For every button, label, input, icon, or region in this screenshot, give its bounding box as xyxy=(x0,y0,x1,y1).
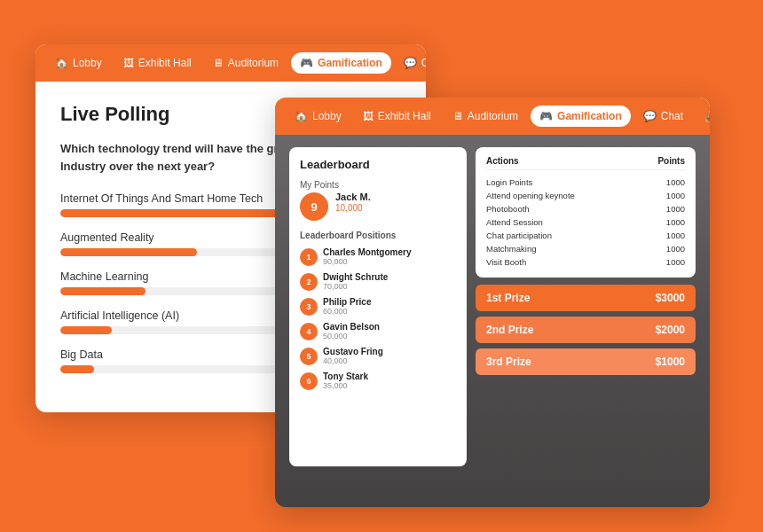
exhibit-icon: 🖼 xyxy=(123,57,134,69)
action-row-5: Chat participation 1000 xyxy=(486,229,685,242)
my-avatar-row: 9 Jack M. 10,000 xyxy=(300,192,456,222)
prize-amount-1: $3000 xyxy=(656,292,685,304)
action-points-1: 1000 xyxy=(666,177,685,187)
action-label-4: Attend Session xyxy=(486,217,543,227)
rank-badge-3: 3 xyxy=(300,298,318,316)
poll-bar-fill-2 xyxy=(60,248,197,256)
action-label-7: Visit Booth xyxy=(486,257,526,267)
actions-header: Actions Points xyxy=(486,156,685,170)
position-info-2: Dwight Schrute 70,000 xyxy=(323,272,388,291)
back-swagbag-icon: 👜 xyxy=(704,110,710,122)
pos-name-1: Charles Montgomery xyxy=(323,247,411,257)
pos-score-5: 40,000 xyxy=(323,356,383,365)
lb-position-4: 4 Gavin Belson 50,000 xyxy=(300,322,456,340)
action-points-2: 1000 xyxy=(666,191,685,200)
poll-label-3: Machine Learning xyxy=(60,270,148,283)
pos-score-1: 90,000 xyxy=(323,257,411,266)
my-avatar: 9 xyxy=(300,192,328,221)
position-info-1: Charles Montgomery 90,000 xyxy=(323,247,411,266)
back-nav-gamification[interactable]: 🎮 Gamification xyxy=(531,106,631,127)
prize-label-3: 3rd Prize xyxy=(486,356,531,368)
action-points-3: 1000 xyxy=(666,204,685,214)
poll-label-1: Internet Of Things And Smart Home Tech xyxy=(60,192,263,205)
prize-amount-3: $1000 xyxy=(656,356,685,368)
front-nav-bar: 🏠 Lobby 🖼 Exhibit Hall 🖥 Auditorium 🎮 Ga… xyxy=(35,44,426,82)
action-label-6: Matchmaking xyxy=(486,244,537,254)
back-nav-chat[interactable]: 💬 Chat xyxy=(634,106,692,127)
leaderboard-left: Leaderboard My Points 9 Jack M. 10,000 L… xyxy=(289,147,467,466)
my-score: 10,000 xyxy=(335,203,371,213)
action-label-2: Attend opening keynote xyxy=(486,191,575,200)
poll-bar-fill-4 xyxy=(60,326,112,334)
back-nav-bar: 🏠 Lobby 🖼 Exhibit Hall 🖥 Auditorium 🎮 Ga… xyxy=(275,98,710,135)
leaderboard-right: Actions Points Login Points 1000 Attend … xyxy=(476,147,696,466)
my-info: Jack M. 10,000 xyxy=(335,192,371,222)
lb-position-3: 3 Philip Price 60,000 xyxy=(300,297,456,316)
action-row-3: Photobooth 1000 xyxy=(486,202,685,215)
leaderboard-card: 🏠 Lobby 🖼 Exhibit Hall 🖥 Auditorium 🎮 Ga… xyxy=(275,98,710,507)
action-row-2: Attend opening keynote 1000 xyxy=(486,189,685,202)
home-icon: 🏠 xyxy=(55,57,68,69)
front-nav-chat[interactable]: 💬 Chat xyxy=(395,52,426,74)
pos-score-6: 35,000 xyxy=(323,381,368,390)
lb-position-1: 1 Charles Montgomery 90,000 xyxy=(300,247,456,266)
leaderboard-title: Leaderboard xyxy=(300,158,456,171)
position-info-5: Gustavo Fring 40,000 xyxy=(323,347,383,365)
back-nav-auditorium[interactable]: 🖥 Auditorium xyxy=(444,106,527,127)
action-points-5: 1000 xyxy=(666,231,685,240)
lb-position-6: 6 Tony Stark 35,000 xyxy=(300,372,456,390)
poll-bar-fill-5 xyxy=(60,365,94,373)
actions-label: Actions xyxy=(486,156,519,166)
positions-label: Leaderboard Positions xyxy=(300,231,456,240)
front-nav-lobby[interactable]: 🏠 Lobby xyxy=(46,52,111,74)
action-row-7: Visit Booth 1000 xyxy=(486,255,685,269)
rank-badge-5: 5 xyxy=(300,348,318,365)
back-auditorium-icon: 🖥 xyxy=(452,110,463,122)
pos-score-4: 50,000 xyxy=(323,332,380,340)
back-nav-lobby[interactable]: 🏠 Lobby xyxy=(286,106,350,127)
back-nav-swagbag[interactable]: 👜 Swag Bag xyxy=(696,106,710,127)
front-nav-auditorium[interactable]: 🖥 Auditorium xyxy=(204,52,287,74)
leaderboard-body: Leaderboard My Points 9 Jack M. 10,000 L… xyxy=(275,135,710,507)
points-label: Points xyxy=(657,156,685,166)
poll-bar-fill-3 xyxy=(60,287,146,295)
front-nav-exhibit[interactable]: 🖼 Exhibit Hall xyxy=(114,52,201,74)
rank-badge-2: 2 xyxy=(300,273,318,291)
pos-score-3: 60,000 xyxy=(323,307,371,316)
rank-badge-4: 4 xyxy=(300,323,318,340)
pos-name-5: Gustavo Fring xyxy=(323,347,383,356)
back-nav-exhibit[interactable]: 🖼 Exhibit Hall xyxy=(354,106,440,127)
actions-panel: Actions Points Login Points 1000 Attend … xyxy=(476,147,696,278)
prize-3rd: 3rd Prize $1000 xyxy=(476,348,696,375)
action-points-6: 1000 xyxy=(666,244,685,254)
chat-icon: 💬 xyxy=(404,57,417,69)
action-points-7: 1000 xyxy=(666,257,685,267)
prize-amount-2: $2000 xyxy=(656,324,685,336)
back-home-icon: 🏠 xyxy=(295,110,308,122)
lb-position-2: 2 Dwight Schrute 70,000 xyxy=(300,272,456,291)
pos-name-4: Gavin Belson xyxy=(323,322,380,332)
pos-name-2: Dwight Schrute xyxy=(323,272,388,282)
action-row-4: Attend Session 1000 xyxy=(486,215,685,229)
auditorium-icon: 🖥 xyxy=(213,57,224,69)
lb-position-5: 5 Gustavo Fring 40,000 xyxy=(300,347,456,365)
prize-label-1: 1st Prize xyxy=(486,292,530,304)
pos-name-6: Tony Stark xyxy=(323,372,368,381)
prize-2nd: 2nd Prize $2000 xyxy=(476,317,696,343)
action-label-5: Chat participation xyxy=(486,231,552,240)
poll-label-2: Augmented Reality xyxy=(60,231,154,244)
poll-label-4: Artificial Intelligence (AI) xyxy=(60,309,179,322)
pos-name-3: Philip Price xyxy=(323,297,371,307)
rank-badge-6: 6 xyxy=(300,372,318,390)
my-name: Jack M. xyxy=(335,192,371,202)
rank-badge-1: 1 xyxy=(300,248,318,266)
position-info-6: Tony Stark 35,000 xyxy=(323,372,368,390)
prize-label-2: 2nd Prize xyxy=(486,324,533,336)
prizes-list: 1st Prize $3000 2nd Prize $2000 3rd Priz… xyxy=(476,285,696,375)
prize-1st: 1st Prize $3000 xyxy=(476,285,696,311)
leaderboard-panel: Leaderboard My Points 9 Jack M. 10,000 L… xyxy=(289,147,696,466)
poll-label-5: Big Data xyxy=(60,348,103,361)
front-nav-gamification[interactable]: 🎮 Gamification xyxy=(291,52,391,74)
back-chat-icon: 💬 xyxy=(643,110,657,122)
position-info-4: Gavin Belson 50,000 xyxy=(323,322,380,340)
